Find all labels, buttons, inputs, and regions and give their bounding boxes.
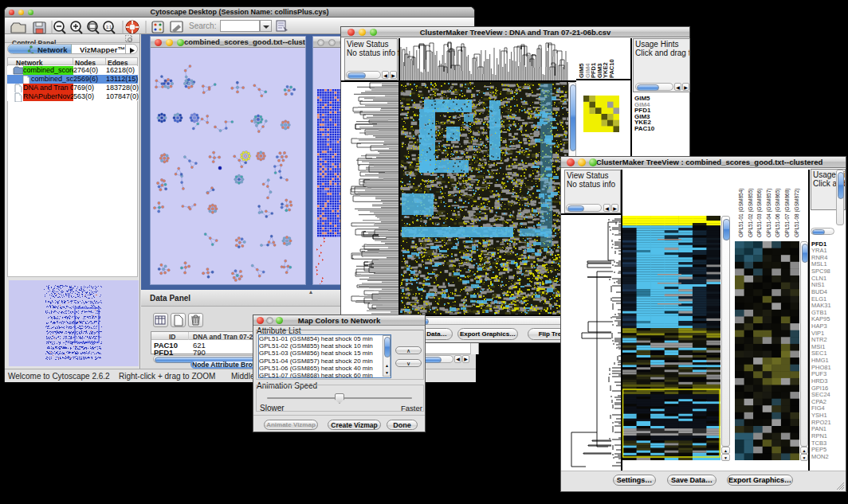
svg-text:GPL51-06 (GSM865): GPL51-06 (GSM865) <box>775 189 781 237</box>
svg-text:1:1: 1:1 <box>106 25 112 29</box>
svg-text:PAC10: PAC10 <box>608 59 615 78</box>
svg-text:GPL51-03 (GSM856): GPL51-03 (GSM856) <box>756 189 763 237</box>
svg-text:GPL51-07 (GSM868): GPL51-07 (GSM868) <box>784 189 791 237</box>
svg-text:GPL51-02 (GSM855): GPL51-02 (GSM855) <box>748 189 754 237</box>
svg-text:GPL51-04 (GSM857): GPL51-04 (GSM857) <box>766 189 772 237</box>
svg-text:GPL51-01 (GSM854): GPL51-01 (GSM854) <box>738 189 744 237</box>
svg-text:GPL51-08 (GSM872): GPL51-08 (GSM872) <box>794 189 800 237</box>
